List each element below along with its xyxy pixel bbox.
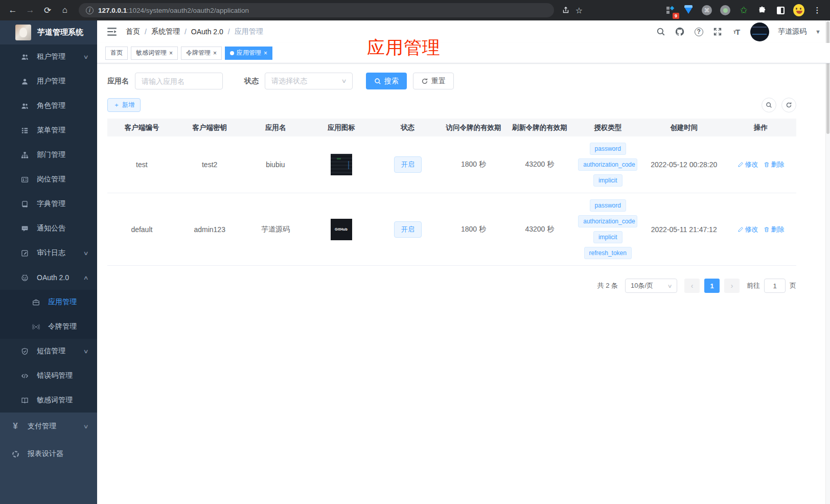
sidebar-item-通知公告[interactable]: 通知公告 [0, 216, 97, 241]
search-icon[interactable] [656, 27, 666, 37]
show-search-toggle-button[interactable] [762, 98, 776, 112]
breadcrumb-item[interactable]: OAuth 2.0 [191, 28, 223, 36]
table-row: testtest2biubiu开启1800 秒43200 秒passwordau… [107, 136, 796, 193]
tab-应用管理[interactable]: 应用管理× [225, 47, 272, 60]
sidebar-item-OAuth 2.0[interactable]: OAuth 2.0∧ [0, 265, 97, 290]
green-star-extension-icon[interactable]: ✩ [738, 5, 749, 16]
prev-page-button[interactable]: ‹ [684, 279, 700, 293]
user-icon [20, 78, 29, 85]
share-icon[interactable] [560, 5, 571, 16]
record-extension-icon[interactable] [720, 5, 731, 16]
split-window-icon[interactable] [775, 5, 786, 16]
star-icon[interactable]: ☆ [573, 5, 585, 16]
breadcrumb-item: 应用管理 [235, 27, 263, 36]
back-icon[interactable]: ← [5, 3, 20, 18]
actions-cell: 修改删除 [725, 193, 796, 266]
puzzle-icon[interactable] [756, 5, 768, 16]
refresh-table-button[interactable] [781, 98, 796, 112]
app-logo[interactable]: 芋道管理系统 [0, 20, 97, 44]
collapse-sidebar-icon[interactable] [106, 26, 118, 37]
chevron-down-icon[interactable]: ▼ [815, 29, 821, 35]
reload-icon[interactable]: ⟳ [40, 3, 55, 18]
tab-首页[interactable]: 首页 [105, 47, 128, 60]
goto-page-input[interactable] [764, 279, 786, 293]
page-size-select[interactable]: 10条/页 ∨ [625, 279, 677, 293]
user-avatar[interactable] [750, 22, 769, 41]
search-button[interactable]: 搜索 [366, 73, 407, 89]
dictionary-icon [20, 200, 29, 208]
url-text[interactable]: 127.0.0.1:1024/system/oauth2/oauth2/appl… [98, 7, 249, 14]
sidebar-item-label: 报表设计器 [28, 449, 63, 459]
sidebar-item-用户管理[interactable]: 用户管理 [0, 69, 97, 94]
sidebar-item-支付管理[interactable]: ¥支付管理∨ [0, 413, 97, 440]
sidebar-item-部门管理[interactable]: 部门管理 [0, 143, 97, 167]
delete-button[interactable]: 删除 [764, 225, 785, 234]
scrollbar-thumb[interactable] [826, 21, 829, 134]
fullscreen-icon[interactable] [712, 27, 723, 37]
grant-type-tag: implicit [593, 174, 622, 187]
sidebar-item-应用管理[interactable]: 应用管理 [0, 290, 97, 314]
sidebar-item-报表设计器[interactable]: 报表设计器 [0, 440, 97, 468]
reset-button[interactable]: 重置 [413, 73, 454, 89]
close-tab-icon[interactable]: × [264, 50, 267, 57]
app-name-input[interactable] [135, 73, 223, 89]
sidebar-item-岗位管理[interactable]: 岗位管理 [0, 167, 97, 192]
window-scrollbar[interactable] [825, 20, 830, 504]
chevron-down-icon: ∨ [83, 423, 88, 430]
tab-敏感词管理[interactable]: 敏感词管理× [131, 47, 178, 60]
client-id-cell: default [107, 193, 176, 266]
close-tab-icon[interactable]: × [169, 50, 173, 57]
page-number-button[interactable]: 1 [704, 279, 720, 293]
breadcrumb-item[interactable]: 首页 [126, 27, 140, 36]
sidebar-item-label: 审计日志 [37, 248, 65, 258]
sidebar-item-审计日志[interactable]: 审计日志∨ [0, 241, 97, 265]
breadcrumb-separator: / [228, 28, 230, 36]
sidebar-item-角色管理[interactable]: 角色管理 [0, 94, 97, 118]
close-tab-icon[interactable]: × [213, 50, 217, 57]
status-cell: 开启 [375, 136, 441, 193]
edit-button[interactable]: 修改 [737, 160, 758, 169]
status-badge[interactable]: 开启 [394, 156, 422, 173]
sidebar-item-令牌管理[interactable]: 令牌管理 [0, 314, 97, 339]
column-header: 应用名 [243, 119, 308, 136]
menu-dots-icon[interactable]: ⋮ [812, 5, 823, 16]
info-icon[interactable]: i [86, 7, 94, 14]
tab-令牌管理[interactable]: 令牌管理× [181, 47, 222, 60]
next-page-button[interactable]: › [724, 279, 740, 293]
sidebar-item-菜单管理[interactable]: 菜单管理 [0, 118, 97, 143]
sidebar-item-租户管理[interactable]: 租户管理∨ [0, 44, 97, 69]
font-size-icon[interactable]: тT [731, 27, 742, 37]
table-toolbar: ＋ 新增 [107, 98, 820, 112]
edit-button[interactable]: 修改 [737, 225, 758, 234]
github-icon[interactable] [675, 27, 685, 37]
breadcrumb-item[interactable]: 系统管理 [151, 27, 180, 36]
add-button[interactable]: ＋ 新增 [107, 98, 141, 112]
command-extension-icon[interactable]: ⌘ [701, 5, 712, 16]
home-icon[interactable]: ⌂ [57, 3, 73, 18]
column-header: 客户端编号 [107, 119, 176, 136]
sidebar-item-label: 支付管理 [28, 422, 56, 431]
status-badge[interactable]: 开启 [394, 221, 422, 238]
sidebar-item-label: 通知公告 [37, 224, 65, 233]
sidebar-item-短信管理[interactable]: 短信管理∨ [0, 339, 97, 363]
user-name[interactable]: 芋道源码 [778, 27, 806, 36]
filter-form: 应用名 状态 请选择状态 ∨ 搜索 重置 [107, 73, 820, 89]
token-signal-icon [32, 323, 40, 331]
delete-button[interactable]: 删除 [764, 160, 785, 169]
status-cell: 开启 [375, 193, 441, 266]
sidebar-item-敏感词管理[interactable]: 敏感词管理 [0, 388, 97, 413]
sidebar-item-label: OAuth 2.0 [37, 273, 69, 282]
profile-emoji-icon[interactable] [793, 5, 804, 16]
gem-extension-icon[interactable] [683, 5, 694, 16]
sidebar-item-label: 错误码管理 [37, 371, 73, 380]
address-bar[interactable]: i 127.0.0.1:1024/system/oauth2/oauth2/ap… [79, 3, 554, 17]
sidebar-item-字典管理[interactable]: 字典管理 [0, 192, 97, 216]
actions-cell: 修改删除 [725, 136, 796, 193]
grant-type-tag: authorization_code [578, 158, 637, 171]
forward-icon[interactable]: → [22, 3, 38, 18]
sidebar-item-错误码管理[interactable]: 错误码管理 [0, 363, 97, 388]
plus-icon: ＋ [113, 101, 120, 109]
extension-grid-icon[interactable]: 9 [664, 5, 676, 16]
help-icon[interactable]: ? [694, 27, 704, 37]
status-select[interactable]: 请选择状态 ∨ [265, 73, 353, 89]
